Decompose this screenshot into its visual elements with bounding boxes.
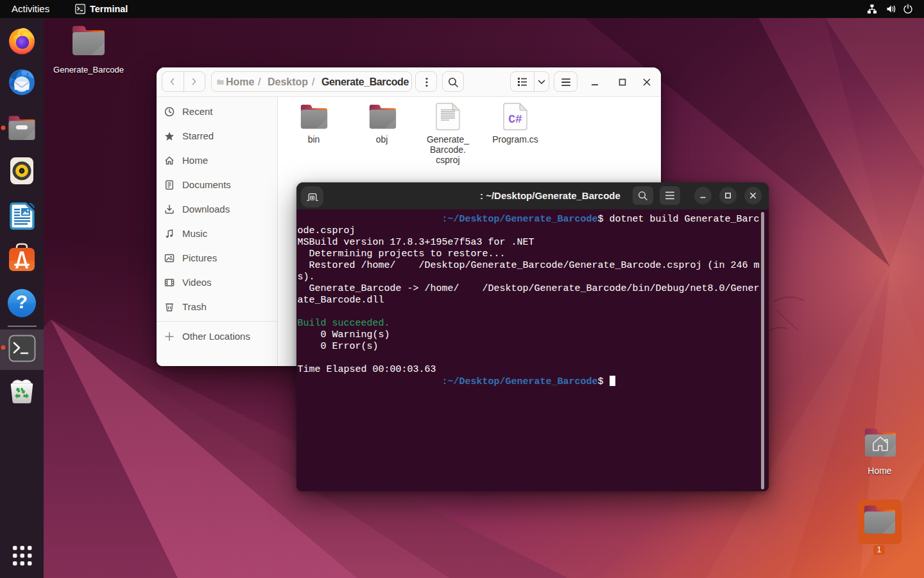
svg-text:?: ? (16, 291, 28, 312)
